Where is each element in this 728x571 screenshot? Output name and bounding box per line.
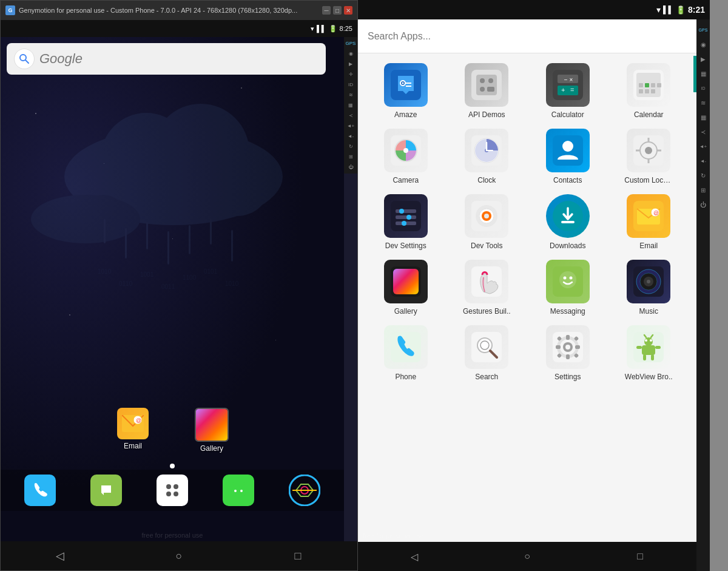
app-gallery[interactable]: Gallery: [368, 260, 444, 316]
sb-grid2[interactable]: ⊞: [698, 184, 709, 195]
sb-id[interactable]: ID: [698, 83, 709, 93]
sb-wifi[interactable]: ≋: [698, 97, 709, 108]
sb-gps[interactable]: GPS: [698, 24, 709, 35]
home-gallery-icon[interactable]: Gallery: [190, 408, 233, 453]
app-calculator[interactable]: − × + = Calculator: [530, 63, 606, 119]
app-downloads[interactable]: Downloads: [530, 194, 606, 250]
svg-rect-11: [167, 231, 169, 265]
left-phone: G Genymotion for personal use - Custom P…: [0, 0, 358, 571]
sb-pwr[interactable]: ⏻: [698, 199, 709, 210]
sb-grid[interactable]: ▦: [698, 68, 709, 79]
search-icon: [14, 49, 35, 69]
svg-point-4: [152, 104, 249, 201]
app-calc-label: Calculator: [551, 110, 584, 119]
svg-point-38: [232, 483, 234, 485]
recent-button[interactable]: □: [286, 544, 310, 568]
right-back-button[interactable]: ◁: [402, 544, 426, 569]
app-music[interactable]: Music: [611, 260, 687, 316]
app-dev-settings[interactable]: Dev Settings: [368, 194, 444, 250]
dock-apps[interactable]: [157, 475, 188, 506]
svg-rect-147: [643, 354, 646, 360]
app-dev-tools-label: Dev Tools: [471, 242, 502, 250]
svg-rect-101: [561, 221, 575, 223]
svg-text:+: +: [561, 86, 565, 93]
sb-voldn[interactable]: ◄-: [698, 155, 709, 166]
time-display: 8:25: [340, 25, 352, 32]
svg-point-141: [645, 339, 647, 342]
svg-text:=: =: [570, 86, 574, 93]
app-api-demos[interactable]: API Demos: [449, 63, 525, 119]
home-button[interactable]: ○: [167, 544, 191, 568]
app-custom-locale-label: Custom Locale: [624, 176, 673, 184]
svg-rect-145: [636, 346, 642, 349]
app-camera-label: Camera: [393, 176, 419, 184]
minimize-button[interactable]: ─: [322, 6, 331, 15]
svg-rect-67: [639, 89, 643, 93]
dock-phone[interactable]: [24, 475, 56, 506]
home-gallery-label: Gallery: [200, 444, 223, 453]
app-music-label: Music: [639, 307, 658, 316]
right-recent-button[interactable]: □: [628, 544, 652, 569]
app-contacts-label: Contacts: [553, 176, 582, 184]
dock-android[interactable]: [223, 475, 254, 506]
svg-rect-69: [651, 89, 655, 93]
dock-messenger[interactable]: [90, 475, 122, 506]
sb-rotate[interactable]: ↻: [698, 170, 709, 181]
vol-up-indicator: ◄+: [345, 123, 356, 129]
app-contacts[interactable]: Contacts: [530, 129, 606, 184]
app-api-label: API Demos: [468, 110, 505, 119]
svg-text:1010: 1010: [225, 280, 239, 287]
app-search-label: Search: [475, 373, 498, 381]
app-custom-locale[interactable]: Custom Locale: [611, 129, 687, 184]
svg-text:1001: 1001: [140, 271, 154, 278]
svg-point-110: [559, 271, 576, 288]
svg-point-30: [166, 492, 171, 496]
cloud-decoration: 1010 0110 1001 0011 1100 0101 1010: [13, 98, 332, 331]
app-phone[interactable]: Phone: [368, 325, 444, 381]
search-apps-input[interactable]: [368, 31, 687, 42]
app-search[interactable]: Search: [449, 325, 525, 381]
app-gestures[interactable]: Gestures Buil..: [449, 260, 525, 316]
sb-msg[interactable]: ▦: [698, 112, 709, 123]
app-amaze-label: Amaze: [394, 110, 417, 119]
video-indicator: ▶: [345, 61, 356, 67]
app-messaging[interactable]: Messaging: [530, 260, 606, 316]
svg-point-51: [480, 78, 485, 83]
right-sidebar: GPS ◉ ▶ ▦ ID ≋ ▦ ≺ ◄+ ◄- ↻ ⊞ ⏻: [696, 19, 710, 215]
title-bar-controls: ─ □ ✕: [322, 6, 352, 15]
sb-volup[interactable]: ◄+: [698, 141, 709, 152]
app-dev-tools[interactable]: Dev Tools: [449, 194, 525, 250]
svg-rect-70: [657, 83, 661, 87]
search-apps-bar[interactable]: [358, 19, 696, 53]
battery-icon: 🔋: [329, 25, 337, 33]
sb-vid[interactable]: ▶: [698, 53, 709, 64]
svg-text:−  ×: − ×: [564, 76, 573, 83]
app-phone-label: Phone: [395, 373, 416, 381]
sb-cam[interactable]: ◉: [698, 39, 709, 50]
phone-content: 1010 0110 1001 0011 1100 0101 1010: [1, 37, 344, 541]
app-email[interactable]: @ Email: [611, 194, 687, 250]
dock-camera[interactable]: [289, 475, 320, 506]
app-webview[interactable]: WebView Bro..: [611, 325, 687, 381]
svg-text:0011: 0011: [161, 283, 175, 290]
app-dock: [1, 470, 344, 511]
title-bar: G Genymotion for personal use - Custom P…: [1, 1, 357, 20]
home-email-icon[interactable]: @ Email: [112, 408, 154, 453]
svg-point-53: [480, 87, 485, 92]
svg-text:0110: 0110: [119, 280, 133, 287]
google-search-bar[interactable]: Google: [7, 43, 326, 75]
right-battery-icon: 🔋: [676, 5, 686, 15]
maximize-button[interactable]: □: [333, 6, 342, 15]
app-calendar[interactable]: Calendar: [611, 63, 687, 119]
svg-text:0101: 0101: [204, 268, 218, 275]
app-settings[interactable]: Settings: [530, 325, 606, 381]
svg-text:1100: 1100: [183, 274, 197, 281]
app-clock[interactable]: Clock: [449, 129, 525, 184]
sb-share[interactable]: ≺: [698, 126, 709, 137]
app-camera[interactable]: Camera: [368, 129, 444, 184]
close-button[interactable]: ✕: [344, 6, 352, 15]
signal-icon: ▌▌: [317, 25, 326, 32]
right-home-button[interactable]: ○: [515, 544, 539, 569]
back-button[interactable]: ◁: [48, 544, 72, 568]
app-amaze[interactable]: Amaze: [368, 63, 444, 119]
